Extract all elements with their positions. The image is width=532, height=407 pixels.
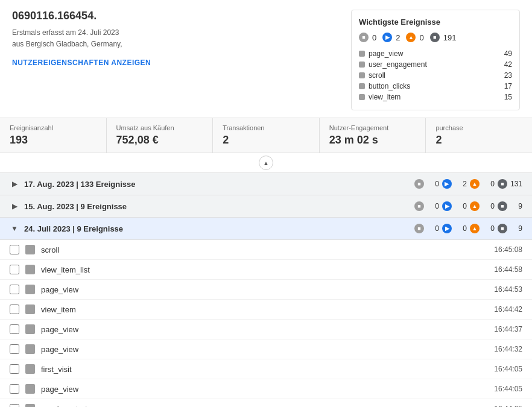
row-checkbox[interactable] bbox=[10, 245, 19, 254]
event-name: user_engagement bbox=[369, 60, 427, 69]
event-name: scroll bbox=[369, 71, 385, 80]
event-count: 49 bbox=[504, 49, 512, 58]
row-checkbox[interactable] bbox=[10, 324, 19, 334]
collapse-button[interactable]: ▲ bbox=[259, 156, 273, 170]
table-row: first_visit 16:44:05 bbox=[0, 359, 532, 379]
group-icons: ■ 0 ▶ 0 ▲ 0 ■ 9 bbox=[414, 224, 522, 233]
event-dot bbox=[359, 51, 365, 57]
icon-gray: ■ bbox=[359, 33, 369, 42]
icon-count: 0 bbox=[427, 202, 439, 210]
event-time: 16:44:05 bbox=[494, 405, 522, 407]
icon-dark: ■ bbox=[430, 33, 440, 42]
event-time: 16:44:53 bbox=[494, 285, 522, 294]
event-name: view_item bbox=[369, 93, 401, 101]
table-row: session_start 16:44:05 bbox=[0, 399, 532, 407]
event-type-icon bbox=[25, 404, 35, 407]
event-type-icon bbox=[25, 344, 35, 354]
event-count: 23 bbox=[504, 71, 512, 80]
collapse-row: ▲ bbox=[0, 153, 532, 173]
icon-count: 0 bbox=[483, 202, 495, 210]
event-name: session_start bbox=[41, 405, 494, 408]
event-name: page_view bbox=[41, 345, 494, 354]
stat-value: 193 bbox=[10, 134, 97, 147]
event-time: 16:44:05 bbox=[494, 385, 522, 393]
icon-count-0: 0 bbox=[372, 33, 376, 42]
icon-count: 131 bbox=[510, 180, 522, 188]
icon-count: 9 bbox=[510, 224, 522, 233]
user-id: 0690116.166454. bbox=[12, 10, 339, 22]
event-time: 16:44:37 bbox=[494, 325, 522, 333]
table-row: view_item 16:44:42 bbox=[0, 300, 532, 320]
stat-umsatz: Umsatz aus Käufen 752,08 € bbox=[107, 118, 214, 153]
event-name: page_view bbox=[369, 49, 403, 58]
icon-dark: ■ bbox=[498, 179, 507, 189]
event-type-icon bbox=[25, 265, 35, 274]
stat-label: Ereignisanzahl bbox=[10, 124, 97, 131]
icon-count: 0 bbox=[483, 224, 495, 233]
event-time: 16:44:58 bbox=[494, 265, 522, 274]
icon-count: 9 bbox=[510, 202, 522, 210]
icon-count: 0 bbox=[455, 224, 467, 233]
row-checkbox[interactable] bbox=[10, 265, 19, 274]
icon-orange: ▲ bbox=[406, 33, 416, 42]
list-item: page_view 49 bbox=[359, 48, 512, 59]
row-checkbox[interactable] bbox=[10, 384, 19, 394]
left-info: 0690116.166454. Erstmals erfasst am 24. … bbox=[12, 10, 339, 110]
event-name: scroll bbox=[41, 245, 494, 254]
stats-bar: Ereignisanzahl 193 Umsatz aus Käufen 752… bbox=[0, 118, 532, 153]
row-checkbox[interactable] bbox=[10, 304, 19, 314]
group-toggle-icon: ▶ bbox=[10, 179, 19, 189]
event-name: first_visit bbox=[41, 365, 494, 374]
event-count: 15 bbox=[504, 93, 512, 101]
event-dot bbox=[359, 94, 365, 100]
icon-count: 2 bbox=[455, 180, 467, 188]
properties-link[interactable]: NUTZEREIGENSCHAFTEN ANZEIGEN bbox=[12, 58, 151, 67]
event-name: page_view bbox=[41, 285, 494, 294]
event-type-icon bbox=[25, 384, 35, 394]
event-name: view_item bbox=[41, 305, 494, 314]
table-row: page_view 16:44:37 bbox=[0, 320, 532, 339]
event-name: page_view bbox=[41, 385, 494, 394]
list-item: scroll 23 bbox=[359, 70, 512, 81]
meta-info: Erstmals erfasst am 24. Juli 2023 aus Be… bbox=[12, 27, 339, 50]
icon-dark: ■ bbox=[498, 224, 507, 233]
icon-count: 0 bbox=[455, 202, 467, 210]
location-text: aus Bergisch Gladbach, Germany, bbox=[12, 40, 122, 48]
event-type-icon bbox=[25, 364, 35, 374]
table-row: page_view 16:44:53 bbox=[0, 280, 532, 300]
event-time: 16:44:42 bbox=[494, 305, 522, 314]
icon-count: 0 bbox=[427, 180, 439, 188]
row-checkbox[interactable] bbox=[10, 364, 19, 374]
event-type-icon bbox=[25, 285, 35, 294]
group-label: 17. Aug. 2023 | 133 Ereignisse bbox=[24, 180, 414, 189]
event-icons-row: ■ 0 ▶ 2 ▲ 0 ■ 191 bbox=[359, 33, 512, 42]
stat-label: Transaktionen bbox=[223, 124, 309, 131]
event-time: 16:44:32 bbox=[494, 345, 522, 353]
list-item: user_engagement 42 bbox=[359, 59, 512, 70]
icon-count: 0 bbox=[483, 180, 495, 188]
stat-value: 752,08 € bbox=[116, 134, 203, 147]
stat-engagement: Nutzer-Engagement 23 m 02 s bbox=[320, 118, 426, 153]
icon-blue: ▶ bbox=[442, 201, 452, 211]
stat-purchase: purchase 2 bbox=[426, 118, 532, 153]
group-row-jul24[interactable]: ▼ 24. Juli 2023 | 9 Ereignisse ■ 0 ▶ 0 ▲… bbox=[0, 218, 532, 240]
top-section: 0690116.166454. Erstmals erfasst am 24. … bbox=[0, 0, 532, 118]
stat-label: Nutzer-Engagement bbox=[329, 124, 416, 131]
table-row: scroll 16:45:08 bbox=[0, 240, 532, 260]
row-checkbox[interactable] bbox=[10, 344, 19, 354]
icon-blue: ▶ bbox=[442, 179, 452, 189]
events-title: Wichtigste Ereignisse bbox=[359, 17, 512, 27]
group-row-aug17[interactable]: ▶ 17. Aug. 2023 | 133 Ereignisse ■ 0 ▶ 2… bbox=[0, 173, 532, 195]
group-toggle-icon: ▶ bbox=[10, 201, 19, 211]
event-name: view_item_list bbox=[41, 265, 494, 274]
event-time: 16:45:08 bbox=[494, 245, 522, 254]
row-checkbox[interactable] bbox=[10, 404, 19, 407]
row-checkbox[interactable] bbox=[10, 285, 19, 294]
icon-blue: ▶ bbox=[382, 33, 392, 42]
stat-ereignisanzahl: Ereignisanzahl 193 bbox=[0, 118, 107, 153]
stat-label: Umsatz aus Käufen bbox=[116, 124, 203, 131]
stat-value: 23 m 02 s bbox=[329, 134, 416, 147]
group-row-aug15[interactable]: ▶ 15. Aug. 2023 | 9 Ereignisse ■ 0 ▶ 0 ▲… bbox=[0, 195, 532, 218]
group-label: 24. Juli 2023 | 9 Ereignisse bbox=[24, 224, 414, 233]
group-icons: ■ 0 ▶ 0 ▲ 0 ■ 9 bbox=[414, 201, 522, 211]
